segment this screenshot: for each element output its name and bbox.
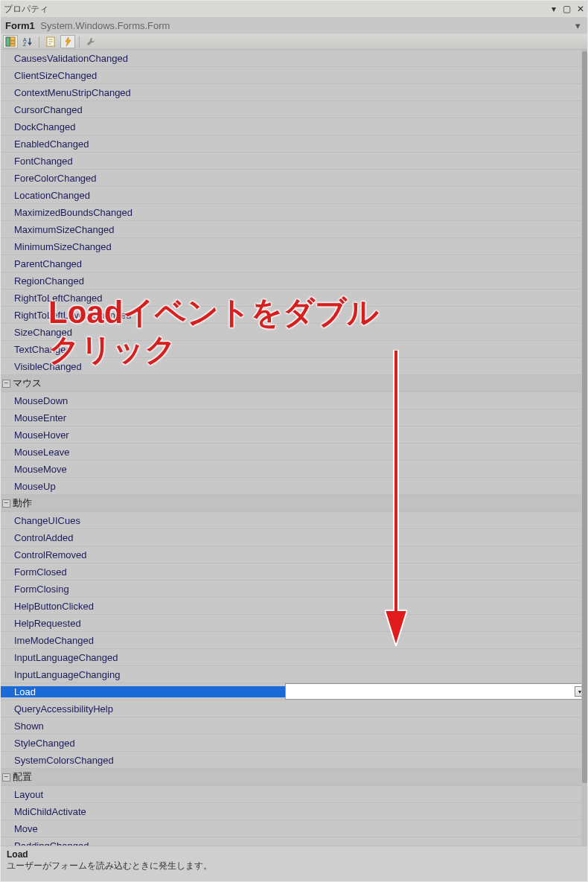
event-row[interactable]: MouseMove bbox=[1, 461, 587, 478]
event-value[interactable] bbox=[285, 67, 587, 83]
event-value[interactable] bbox=[285, 837, 587, 846]
event-value[interactable] bbox=[285, 272, 587, 289]
maximize-icon[interactable]: ▢ bbox=[563, 5, 571, 13]
event-row[interactable]: EnabledChanged bbox=[1, 135, 587, 153]
event-row[interactable]: MouseHover bbox=[1, 426, 587, 444]
event-value[interactable] bbox=[285, 84, 587, 100]
event-row[interactable]: RightToLeftChanged bbox=[1, 290, 587, 307]
event-row[interactable]: SystemColorsChanged bbox=[1, 752, 587, 769]
event-value[interactable] bbox=[285, 615, 587, 631]
event-row[interactable]: ImeModeChanged bbox=[1, 632, 587, 649]
collapse-icon[interactable]: − bbox=[2, 773, 10, 782]
event-value[interactable] bbox=[285, 632, 587, 648]
event-value[interactable] bbox=[285, 598, 587, 614]
event-value[interactable] bbox=[285, 563, 587, 580]
event-value[interactable] bbox=[285, 341, 587, 357]
event-row[interactable]: ClientSizeChanged bbox=[1, 67, 587, 84]
event-row[interactable]: Load▾ bbox=[1, 683, 587, 700]
category-header[interactable]: −マウス bbox=[1, 375, 587, 392]
event-value[interactable] bbox=[285, 666, 587, 683]
event-row[interactable]: QueryAccessibilityHelp bbox=[1, 700, 587, 718]
categorized-button[interactable] bbox=[3, 35, 18, 48]
event-row[interactable]: MouseUp bbox=[1, 478, 587, 495]
event-row[interactable]: ParentChanged bbox=[1, 255, 587, 272]
event-row[interactable]: MouseDown bbox=[1, 392, 587, 409]
event-row[interactable]: VisibleChanged bbox=[1, 358, 587, 375]
event-row[interactable]: LocationChanged bbox=[1, 187, 587, 204]
event-row[interactable]: PaddingChanged bbox=[1, 837, 587, 846]
event-row[interactable]: InputLanguageChanging bbox=[1, 666, 587, 683]
event-value[interactable] bbox=[285, 718, 587, 734]
event-row[interactable]: ChangeUICues bbox=[1, 512, 587, 529]
event-row[interactable]: ForeColorChanged bbox=[1, 170, 587, 187]
event-row[interactable]: Layout bbox=[1, 786, 587, 803]
event-row[interactable]: HelpRequested bbox=[1, 615, 587, 632]
event-value[interactable] bbox=[285, 581, 587, 597]
event-value[interactable] bbox=[285, 529, 587, 546]
event-value[interactable] bbox=[285, 170, 587, 186]
event-value[interactable] bbox=[285, 153, 587, 169]
event-value[interactable] bbox=[285, 803, 587, 819]
event-row[interactable]: ControlAdded bbox=[1, 529, 587, 546]
event-value[interactable] bbox=[285, 324, 587, 340]
event-value[interactable] bbox=[285, 50, 587, 66]
event-value[interactable] bbox=[285, 238, 587, 255]
event-row[interactable]: FontChanged bbox=[1, 153, 587, 170]
close-icon[interactable]: ✕ bbox=[576, 5, 584, 13]
vertical-scrollbar[interactable] bbox=[581, 50, 587, 846]
event-row[interactable]: MouseEnter bbox=[1, 409, 587, 426]
event-value[interactable] bbox=[285, 512, 587, 528]
event-row[interactable]: TextChanged bbox=[1, 341, 587, 358]
collapse-icon[interactable]: − bbox=[2, 380, 10, 388]
event-row[interactable]: MaximizedBoundsChanged bbox=[1, 204, 587, 221]
chevron-down-icon[interactable]: ▾ bbox=[575, 20, 583, 31]
event-row[interactable]: SizeChanged bbox=[1, 324, 587, 341]
event-value[interactable] bbox=[285, 735, 587, 751]
event-value[interactable] bbox=[285, 358, 587, 374]
event-value[interactable]: ▾ bbox=[285, 683, 587, 700]
properties-button[interactable] bbox=[43, 35, 58, 48]
event-row[interactable]: MdiChildActivate bbox=[1, 803, 587, 820]
event-row[interactable]: RegionChanged bbox=[1, 272, 587, 290]
event-value[interactable] bbox=[285, 221, 587, 237]
category-header[interactable]: −動作 bbox=[1, 495, 587, 512]
event-value[interactable] bbox=[285, 478, 587, 494]
wrench-icon[interactable] bbox=[83, 35, 98, 48]
event-value[interactable] bbox=[285, 444, 587, 460]
scrollbar-thumb[interactable] bbox=[582, 51, 587, 783]
event-value[interactable] bbox=[285, 118, 587, 135]
event-row[interactable]: HelpButtonClicked bbox=[1, 598, 587, 615]
property-grid[interactable]: CausesValidationChangedClientSizeChanged… bbox=[1, 50, 587, 846]
event-value[interactable] bbox=[285, 786, 587, 802]
event-row[interactable]: Move bbox=[1, 820, 587, 837]
category-header[interactable]: −配置 bbox=[1, 769, 587, 786]
event-value[interactable] bbox=[285, 392, 587, 409]
event-row[interactable]: MouseLeave bbox=[1, 444, 587, 461]
event-row[interactable]: ControlRemoved bbox=[1, 546, 587, 563]
event-row[interactable]: Shown bbox=[1, 718, 587, 735]
event-value[interactable] bbox=[285, 307, 587, 323]
event-row[interactable]: MaximumSizeChanged bbox=[1, 221, 587, 238]
event-value[interactable] bbox=[285, 204, 587, 220]
collapse-icon[interactable]: − bbox=[2, 499, 10, 508]
event-row[interactable]: InputLanguageChanged bbox=[1, 649, 587, 666]
object-selector[interactable]: Form1 System.Windows.Forms.Form ▾ bbox=[1, 17, 587, 33]
event-value[interactable] bbox=[285, 290, 587, 306]
event-value[interactable] bbox=[285, 461, 587, 477]
event-row[interactable]: StyleChanged bbox=[1, 735, 587, 752]
event-row[interactable]: FormClosed bbox=[1, 563, 587, 581]
event-value[interactable] bbox=[285, 255, 587, 272]
event-value[interactable] bbox=[285, 101, 587, 118]
alphabetical-button[interactable]: AZ bbox=[20, 35, 35, 48]
event-value[interactable] bbox=[285, 752, 587, 768]
event-value[interactable] bbox=[285, 187, 587, 203]
event-value[interactable] bbox=[285, 700, 587, 717]
event-value[interactable] bbox=[285, 546, 587, 563]
events-button[interactable] bbox=[60, 35, 75, 48]
event-value[interactable] bbox=[285, 409, 587, 426]
event-row[interactable]: ContextMenuStripChanged bbox=[1, 84, 587, 101]
event-row[interactable]: CursorChanged bbox=[1, 101, 587, 118]
event-row[interactable]: DockChanged bbox=[1, 118, 587, 135]
event-value[interactable] bbox=[285, 135, 587, 152]
event-row[interactable]: MinimumSizeChanged bbox=[1, 238, 587, 255]
